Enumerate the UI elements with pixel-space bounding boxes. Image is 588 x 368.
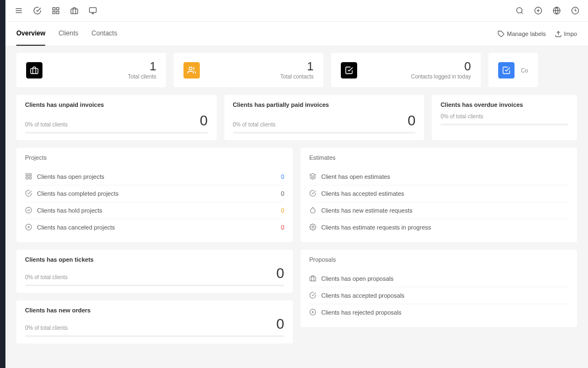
tickets-progress [25, 285, 284, 286]
list-item[interactable]: Clients has accepted proposals [309, 287, 568, 304]
tickets-card: Clients has open tickets 0% of total cli… [16, 250, 293, 293]
stat-label: Contacts logged in today [411, 74, 471, 80]
globe-icon[interactable] [552, 7, 561, 15]
search-icon[interactable] [515, 7, 524, 15]
invoice-card[interactable]: Clients has partially paid invoices 0% o… [224, 95, 425, 140]
orders-sub: 0% of total clients [25, 325, 68, 331]
projects-panel: Projects Clients has open projects0 Clie… [16, 148, 293, 242]
orders-value: 0 [277, 317, 284, 331]
list-item-label: Clients has rejected proposals [321, 309, 401, 316]
stat-card[interactable]: Co [488, 53, 538, 87]
briefcase-icon[interactable] [70, 7, 78, 15]
list-item-label: Clients has open projects [37, 173, 105, 180]
list-item-label: Clients has accepted proposals [321, 292, 405, 299]
x-circle-icon [25, 224, 33, 231]
tickets-value: 0 [277, 266, 284, 280]
list-item-value: 0 [281, 190, 284, 197]
settings-icon [309, 224, 317, 231]
users-icon [183, 62, 200, 79]
invoice-card[interactable]: Clients has overdue invoices 0% of total… [432, 95, 577, 140]
invoice-title: Clients has overdue invoices [440, 101, 568, 108]
projects-title: Projects [25, 154, 284, 161]
list-item[interactable]: Clients has hold projects0 [25, 202, 284, 219]
stat-card[interactable]: 0 Contacts logged in today [331, 53, 481, 87]
invoice-sub: 0% of total clients [233, 122, 275, 128]
check-circle-icon [309, 190, 317, 197]
orders-progress [25, 335, 284, 337]
estimates-panel: Estimates Client has open estimates Clie… [301, 148, 577, 242]
list-item-label: Client has open estimates [321, 173, 390, 180]
invoice-sub: 0% of total clients [25, 122, 68, 128]
briefcase-icon [309, 275, 317, 282]
tab-overview[interactable]: Overview [16, 22, 45, 46]
list-item-value: 0 [281, 207, 284, 214]
list-item[interactable]: Clients has rejected proposals [309, 304, 568, 321]
list-item[interactable]: Clients has open proposals [309, 270, 568, 287]
stat-value: 0 [411, 61, 471, 73]
list-item[interactable]: Clients has accepted estimates [309, 185, 568, 202]
tabs-bar: OverviewClientsContacts Manage labels Im… [5, 22, 588, 46]
clock-icon[interactable] [571, 7, 579, 15]
list-item[interactable]: Clients has estimate requests in progres… [309, 219, 568, 236]
orders-title: Clients has new orders [25, 307, 284, 313]
monitor-icon[interactable] [88, 7, 97, 15]
check-circle-icon [309, 292, 317, 299]
list-item[interactable]: Clients has canceled projects0 [25, 219, 284, 236]
add-icon[interactable] [534, 7, 542, 15]
stat-card[interactable]: 1 Total clients [16, 53, 166, 87]
sidebar [0, 0, 5, 368]
list-item[interactable]: Clients has open projects0 [25, 168, 284, 185]
briefcase-icon [26, 62, 42, 79]
list-item-label: Clients has open proposals [321, 275, 394, 282]
invoice-value: 0 [408, 113, 415, 128]
list-item-label: Clients has canceled projects [37, 224, 115, 231]
topbar [5, 0, 588, 22]
manage-labels-button[interactable]: Manage labels [498, 31, 546, 38]
orders-card: Clients has new orders 0% of total clien… [16, 300, 293, 343]
list-item-value: 0 [281, 224, 284, 231]
list-item-label: Clients has hold projects [37, 207, 102, 214]
invoice-sub: 0% of total clients [440, 113, 483, 119]
stat-value: 1 [128, 61, 156, 73]
manage-labels-label: Manage labels [507, 31, 546, 37]
tab-contacts[interactable]: Contacts [91, 22, 117, 46]
proposals-panel: Proposals Clients has open proposals Cli… [301, 250, 577, 327]
invoice-progress [25, 132, 208, 134]
invoice-progress [440, 124, 568, 125]
proposals-title: Proposals [309, 256, 568, 263]
package-icon [309, 173, 317, 180]
tickets-sub: 0% of total clients [25, 274, 68, 280]
grid-icon [25, 173, 33, 180]
list-item-label: Clients has completed projects [37, 190, 119, 197]
check-circle-icon [25, 190, 33, 197]
list-item-label: Clients has estimate requests in progres… [321, 224, 431, 231]
list-item-value: 0 [281, 173, 284, 180]
stat-card[interactable]: 1 Total contacts [174, 53, 323, 87]
import-label: Impo [564, 31, 577, 37]
list-item[interactable]: Client has open estimates [309, 168, 568, 185]
stat-label: Total contacts [280, 74, 314, 80]
menu-icon[interactable] [14, 7, 23, 15]
droplet-icon [309, 207, 317, 214]
grid-icon[interactable] [51, 7, 60, 15]
main-content: OverviewClientsContacts Manage labels Im… [5, 0, 588, 368]
invoice-title: Clients has unpaid invoices [25, 101, 208, 108]
import-button[interactable]: Impo [555, 31, 577, 38]
tab-clients[interactable]: Clients [58, 22, 78, 46]
stat-label: Total clients [128, 74, 156, 80]
invoice-progress [233, 132, 416, 134]
stat-label: Co [521, 68, 528, 74]
list-item[interactable]: Clients has completed projects0 [25, 185, 284, 202]
check-square-icon [498, 62, 514, 79]
list-item-label: Clients has new estimate requests [321, 207, 413, 214]
list-item[interactable]: Clients has new estimate requests [309, 202, 568, 219]
stat-value: 1 [280, 61, 314, 73]
invoice-value: 0 [200, 113, 207, 128]
tickets-title: Clients has open tickets [25, 256, 284, 263]
invoice-card[interactable]: Clients has unpaid invoices 0% of total … [16, 95, 217, 140]
check-icon[interactable] [33, 7, 41, 15]
list-item-label: Clients has accepted estimates [321, 190, 404, 197]
invoice-title: Clients has partially paid invoices [233, 101, 416, 108]
pause-circle-icon [25, 207, 33, 214]
estimates-title: Estimates [309, 154, 568, 161]
